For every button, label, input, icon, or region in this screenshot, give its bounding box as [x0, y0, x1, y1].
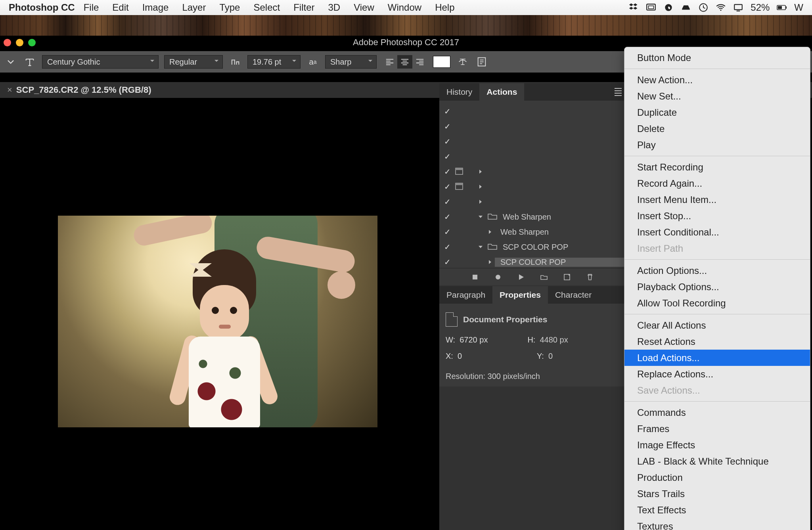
wifi-icon[interactable]: [716, 2, 726, 13]
menu-item[interactable]: Commands: [624, 404, 810, 421]
menu-type[interactable]: Type: [219, 2, 240, 13]
menu-image[interactable]: Image: [142, 2, 169, 13]
action-toggle-check[interactable]: ✓: [439, 107, 455, 116]
disclosure-triangle[interactable]: [485, 230, 495, 234]
action-dialog-toggle[interactable]: [455, 213, 465, 221]
record-button[interactable]: [494, 273, 502, 281]
action-toggle-check[interactable]: ✓: [439, 122, 455, 131]
menu-item[interactable]: New Set...: [624, 88, 810, 104]
dropbox-icon[interactable]: [628, 2, 639, 13]
menu-item[interactable]: Replace Actions...: [624, 366, 810, 382]
menu-item[interactable]: Reset Actions: [624, 333, 810, 350]
action-toggle-check[interactable]: ✓: [439, 257, 455, 267]
menu-item[interactable]: Clear All Actions: [624, 317, 810, 333]
stop-button[interactable]: [471, 273, 479, 281]
action-dialog-toggle[interactable]: [455, 153, 465, 161]
menu-help[interactable]: Help: [435, 2, 454, 13]
canvas-area[interactable]: [6, 98, 428, 530]
action-dialog-toggle[interactable]: [455, 183, 465, 191]
menu-item[interactable]: LAB - Black & White Technique: [624, 453, 810, 469]
menu-filter[interactable]: Filter: [293, 2, 314, 13]
tab-actions[interactable]: Actions: [479, 83, 524, 101]
tab-paragraph[interactable]: Paragraph: [439, 286, 492, 304]
maximize-window-button[interactable]: [28, 39, 36, 46]
action-row[interactable]: ✓SCP COLOR POP: [439, 239, 626, 254]
action-toggle-check[interactable]: ✓: [439, 182, 455, 191]
type-tool-preset-icon[interactable]: [23, 55, 36, 69]
action-dialog-toggle[interactable]: [455, 138, 465, 145]
tab-history[interactable]: History: [439, 83, 479, 101]
align-center-button[interactable]: [397, 55, 412, 69]
document-tab-title[interactable]: SCP_7826.CR2 @ 12.5% (RGB/8): [16, 85, 151, 95]
menu-item[interactable]: Insert Conditional...: [624, 224, 810, 240]
battery-icon[interactable]: [777, 2, 787, 13]
menu-layer[interactable]: Layer: [182, 2, 206, 13]
actions-context-menu[interactable]: Button ModeNew Action...New Set...Duplic…: [624, 47, 810, 530]
close-window-button[interactable]: [4, 39, 11, 46]
menu-item[interactable]: Insert Stop...: [624, 208, 810, 224]
tab-character[interactable]: Character: [548, 286, 599, 304]
disclosure-triangle[interactable]: [476, 199, 485, 204]
menu-item[interactable]: Load Actions...: [624, 350, 810, 366]
action-row[interactable]: ✓: [439, 119, 626, 134]
action-toggle-check[interactable]: ✓: [439, 167, 455, 176]
menu-item[interactable]: Record Again...: [624, 175, 810, 191]
menu-select[interactable]: Select: [253, 2, 280, 13]
action-toggle-check[interactable]: ✓: [439, 212, 455, 222]
action-dialog-toggle[interactable]: [455, 168, 465, 176]
time-machine-icon[interactable]: [698, 2, 709, 13]
menu-item[interactable]: Image Effects: [624, 437, 810, 453]
action-toggle-check[interactable]: ✓: [439, 137, 455, 146]
app-name[interactable]: Photoshop CC: [9, 2, 75, 13]
action-row[interactable]: ✓: [439, 149, 626, 164]
menu-edit[interactable]: Edit: [112, 2, 128, 13]
menu-item[interactable]: Text Effects: [624, 502, 810, 518]
menu-item[interactable]: Action Options...: [624, 262, 810, 279]
menu-item[interactable]: Button Mode: [624, 50, 810, 66]
tab-properties[interactable]: Properties: [492, 286, 548, 304]
disclosure-triangle[interactable]: [476, 214, 485, 219]
menu-3d[interactable]: 3D: [328, 2, 341, 13]
menu-item[interactable]: Duplicate: [624, 104, 810, 121]
menu-item[interactable]: Allow Tool Recording: [624, 295, 810, 311]
action-row[interactable]: ✓Web Sharpen: [439, 224, 626, 239]
action-toggle-check[interactable]: ✓: [439, 242, 455, 252]
align-left-button[interactable]: [382, 55, 397, 69]
menu-item[interactable]: New Action...: [624, 72, 810, 88]
menubar-tray-icon[interactable]: [681, 2, 691, 13]
menu-item[interactable]: Start Recording: [624, 159, 810, 175]
mission-control-icon[interactable]: [646, 2, 656, 13]
action-toggle-check[interactable]: ✓: [439, 227, 455, 237]
disclosure-triangle[interactable]: [485, 260, 495, 264]
font-family-dropdown[interactable]: Century Gothic: [42, 55, 159, 69]
menu-item[interactable]: Play: [624, 137, 810, 153]
battery-percent[interactable]: 52%: [751, 2, 770, 13]
disclosure-triangle[interactable]: [476, 184, 485, 189]
warp-text-icon[interactable]: [456, 55, 469, 69]
action-row[interactable]: ✓Web Sharpen: [439, 209, 626, 224]
menu-item[interactable]: Textures: [624, 518, 810, 530]
action-toggle-check[interactable]: ✓: [439, 197, 455, 207]
action-row[interactable]: ✓: [439, 104, 626, 119]
menu-item[interactable]: Insert Menu Item...: [624, 191, 810, 208]
new-action-button[interactable]: [563, 273, 571, 281]
font-size-dropdown[interactable]: 19.76 pt: [247, 55, 301, 69]
menu-view[interactable]: View: [354, 2, 374, 13]
font-weight-dropdown[interactable]: Regular: [164, 55, 223, 69]
action-row[interactable]: ✓: [439, 194, 626, 209]
action-dialog-toggle[interactable]: [455, 122, 465, 130]
menu-item[interactable]: Production: [624, 469, 810, 486]
disclosure-triangle[interactable]: [476, 245, 485, 249]
action-row[interactable]: ✓: [439, 164, 626, 179]
menu-file[interactable]: File: [84, 2, 99, 13]
action-dialog-toggle[interactable]: [455, 107, 465, 115]
menu-item[interactable]: Frames: [624, 421, 810, 437]
text-color-swatch[interactable]: [433, 56, 450, 68]
action-row[interactable]: ✓: [439, 134, 626, 149]
actions-list[interactable]: ✓✓✓✓✓✓✓✓Web Sharpen✓Web Sharpen✓SCP COLO…: [439, 101, 626, 268]
creative-cloud-icon[interactable]: [663, 2, 674, 13]
align-right-button[interactable]: [412, 55, 427, 69]
character-panel-icon[interactable]: [475, 55, 488, 69]
anti-alias-dropdown[interactable]: Sharp: [325, 55, 377, 69]
action-dialog-toggle[interactable]: [455, 243, 465, 251]
